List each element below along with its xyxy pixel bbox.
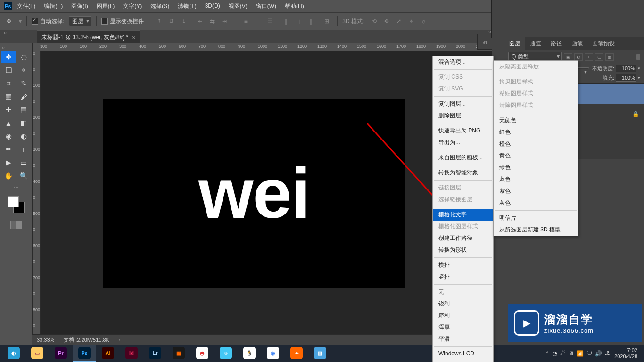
taskbar-app[interactable]: ◓ (190, 345, 214, 362)
marquee-tool[interactable]: ◌ (17, 51, 31, 63)
tray-icon[interactable]: 🛡 (586, 350, 592, 357)
dist-extra-icon[interactable]: ⊞ (321, 16, 332, 27)
menu-item[interactable]: 黄色 (494, 150, 578, 162)
menu-item[interactable]: Windows (433, 359, 493, 362)
menu-帮助(H)[interactable]: 帮助(H) (285, 2, 304, 10)
light-3d-icon[interactable]: ☼ (418, 16, 429, 27)
doc-size[interactable]: 文档 :2.20M/511.8K (64, 337, 109, 344)
vertical-ruler[interactable]: 0010002000300040005000600070008000 (33, 51, 41, 345)
tray-network-icon[interactable]: 🖧 (605, 350, 611, 357)
opacity-input[interactable] (616, 65, 636, 72)
brush-tool[interactable]: 🖌 (17, 90, 31, 103)
foreground-swatch[interactable] (8, 196, 19, 207)
zoom-level[interactable]: 33.33% (37, 337, 54, 343)
taskbar-app[interactable]: ▦ (167, 345, 190, 362)
auto-select-target[interactable]: 图层 (69, 16, 91, 26)
menu-item[interactable]: 犀利 (433, 310, 493, 321)
taskbar-app[interactable]: ▭ (25, 345, 49, 362)
type-tool[interactable]: T (17, 143, 31, 156)
brush-presets-tab[interactable]: 画笔预设 (587, 37, 619, 50)
align-right-icon[interactable]: ⇥ (219, 16, 230, 27)
menu-item[interactable]: 橙色 (494, 138, 578, 150)
align-bottom-icon[interactable]: ⇣ (178, 16, 190, 27)
menu-item[interactable]: 竖排 (433, 271, 493, 283)
menu-文字(Y)[interactable]: 文字(Y) (123, 2, 142, 10)
menu-item[interactable]: 导出为... (433, 137, 493, 148)
document-canvas[interactable]: wei (103, 99, 405, 288)
taskbar-app[interactable]: ◐ (2, 345, 25, 362)
menu-item[interactable]: 栅格化文字 (433, 209, 493, 221)
filter-toggle[interactable] (636, 54, 640, 60)
close-tab-icon[interactable]: × (132, 34, 136, 41)
menu-图层(L)[interactable]: 图层(L) (97, 2, 115, 10)
channels-tab[interactable]: 通道 (525, 37, 546, 50)
tray-volume-icon[interactable]: 🔊 (595, 350, 602, 357)
align-hcenter-icon[interactable]: ⇆ (206, 16, 218, 27)
menu-item[interactable]: Windows LCD (433, 348, 493, 359)
menu-编辑(E)[interactable]: 编辑(E) (44, 2, 63, 10)
taskbar-app[interactable]: Ai (96, 345, 120, 362)
menu-选择(S)[interactable]: 选择(S) (150, 2, 169, 10)
clone-tool[interactable]: ▲ (1, 117, 16, 129)
menu-item[interactable]: 删除图层 (433, 110, 493, 122)
menu-图像(I)[interactable]: 图像(I) (71, 2, 88, 10)
camera-3d-icon[interactable]: ⌖ (405, 16, 417, 27)
menu-视图(V)[interactable]: 视图(V) (229, 2, 248, 10)
healing-tool[interactable]: ✚ (1, 104, 16, 116)
crop-tool[interactable]: ⌗ (1, 77, 16, 90)
dist-top-icon[interactable]: ≡ (240, 16, 251, 27)
orbit-3d-icon[interactable]: ⟲ (369, 16, 380, 27)
tray-expand-icon[interactable]: ˄ (546, 351, 549, 357)
taskbar-app[interactable]: Pr (49, 345, 73, 362)
taskbar-app[interactable]: Ps (73, 345, 96, 362)
filter-shape-icon[interactable]: ▢ (595, 53, 603, 61)
taskbar-app[interactable]: ▥ (308, 345, 332, 362)
taskbar-app[interactable]: 🐧 (238, 345, 261, 362)
fill-input[interactable] (616, 74, 636, 82)
eyedropper-tool[interactable]: ✎ (17, 77, 31, 90)
dodge-tool[interactable]: ◐ (17, 130, 31, 142)
layers-tab[interactable]: 图层 (504, 37, 525, 50)
filter-smart-icon[interactable]: ▦ (605, 53, 614, 61)
align-top-icon[interactable]: ⇡ (154, 16, 165, 27)
pan-3d-icon[interactable]: ✥ (381, 16, 392, 27)
menu-item[interactable]: 转换为形状 (433, 244, 493, 256)
auto-select-checkbox[interactable]: 自动选择: (32, 17, 64, 25)
zoom-tool[interactable]: 🔍 (17, 170, 31, 182)
taskbar-app[interactable]: Id (120, 345, 143, 362)
menu-item[interactable]: 绿色 (494, 162, 578, 173)
filter-adjust-icon[interactable]: ◐ (574, 53, 583, 61)
menu-item[interactable]: 快速导出为 PNG (433, 125, 493, 137)
dolly-3d-icon[interactable]: ⤢ (393, 16, 405, 27)
ruler-origin[interactable] (33, 43, 41, 51)
move-tool[interactable]: ✥ (1, 51, 16, 63)
menu-item[interactable]: 平滑 (433, 333, 493, 345)
tab-bar-flyout[interactable]: ›› (4, 30, 7, 35)
document-tab[interactable]: 未标题-1 @ 33.3% (wei, 灰色/8#) * × (37, 30, 140, 44)
taskbar-app[interactable]: ☺ (214, 345, 238, 362)
menu-item[interactable]: 来自图层的画板... (433, 152, 493, 164)
move-tool-icon[interactable]: ✥ (4, 16, 14, 26)
menu-item[interactable]: 无 (433, 286, 493, 298)
align-vcenter-icon[interactable]: ⇵ (166, 16, 177, 27)
dist-right-icon[interactable]: ‖ (305, 16, 316, 27)
path-select-tool[interactable]: ▶ (1, 156, 16, 169)
menu-item[interactable]: 复制图层... (433, 98, 493, 110)
menu-item[interactable]: 横排 (433, 259, 493, 271)
pen-tool[interactable]: ✒ (1, 143, 16, 156)
tray-icon[interactable]: ☄ (560, 350, 565, 357)
quick-mask-toggle[interactable] (10, 221, 22, 229)
paths-tab[interactable]: 路径 (546, 37, 567, 50)
menu-文件(F)[interactable]: 文件(F) (17, 2, 35, 10)
menu-item[interactable]: 锐利 (433, 298, 493, 310)
magic-wand-tool[interactable]: ✧ (17, 64, 31, 76)
menu-item[interactable]: 无颜色 (494, 115, 578, 126)
taskbar-app[interactable]: Lr (143, 345, 167, 362)
taskbar-app[interactable]: ✦ (285, 345, 308, 362)
menu-item[interactable]: 红色 (494, 126, 578, 138)
brushes-tab[interactable]: 画笔 (567, 37, 587, 50)
blur-tool[interactable]: ◉ (1, 130, 16, 142)
dist-bottom-icon[interactable]: ☰ (264, 16, 276, 27)
menu-item[interactable]: 创建工作路径 (433, 232, 493, 244)
filter-type-icon[interactable]: T (585, 53, 593, 61)
